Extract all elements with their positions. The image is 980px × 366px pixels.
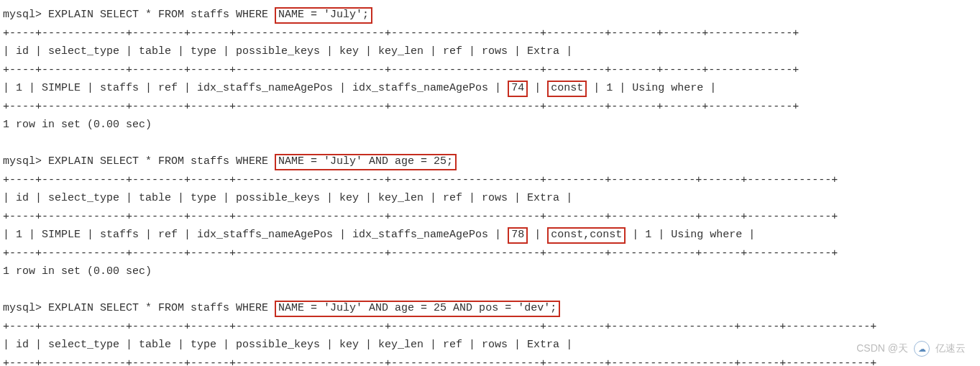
- ref-highlight: const: [547, 81, 587, 97]
- keylen-highlight: 78: [508, 227, 528, 244]
- sql-line: mysql> EXPLAIN SELECT * FROM staffs WHER…: [3, 6, 977, 24]
- table-border: +----+-------------+--------+------+----…: [3, 244, 977, 263]
- mysql-prompt: mysql>: [3, 9, 48, 21]
- keylen-highlight: 74: [508, 81, 528, 97]
- watermark-yisu: 亿速云: [935, 340, 966, 357]
- table-border: +----+-------------+--------+------+----…: [3, 24, 977, 43]
- watermark: CSDN @天 ☁ 亿速云: [856, 340, 966, 357]
- table-border: +----+-------------+--------+------+----…: [3, 208, 977, 227]
- sql-highlight: NAME = 'July';: [275, 7, 372, 24]
- sql-line: mysql> EXPLAIN SELECT * FROM staffs WHER…: [3, 299, 977, 318]
- sql-highlight: NAME = 'July' AND age = 25 AND pos = 'de…: [275, 301, 560, 317]
- sql-highlight: NAME = 'July' AND age = 25;: [275, 154, 457, 170]
- table-border: +----+-------------+--------+------+----…: [3, 318, 977, 337]
- table-border: +----+-------------+--------+------+----…: [3, 354, 977, 367]
- mysql-prompt: mysql>: [3, 302, 48, 314]
- table-header: | id | select_type | table | type | poss…: [3, 336, 977, 354]
- sql-text: EXPLAIN SELECT * FROM staffs WHERE: [48, 155, 275, 168]
- result-footer: 1 row in set (0.00 sec): [3, 262, 977, 281]
- table-border: +----+-------------+--------+------+----…: [3, 98, 977, 116]
- result-footer: 1 row in set (0.00 sec): [3, 116, 977, 134]
- table-border: +----+-------------+--------+------+----…: [3, 171, 977, 190]
- table-header: | id | select_type | table | type | poss…: [3, 42, 977, 61]
- table-border: +----+-------------+--------+------+----…: [3, 61, 977, 80]
- sql-text: EXPLAIN SELECT * FROM staffs WHERE: [48, 302, 275, 314]
- sql-line: mysql> EXPLAIN SELECT * FROM staffs WHER…: [3, 152, 977, 171]
- spacer: [3, 281, 977, 300]
- table-header: | id | select_type | table | type | poss…: [3, 189, 977, 208]
- ref-highlight: const,const: [547, 227, 626, 244]
- table-row: | 1 | SIMPLE | staffs | ref | idx_staffs…: [3, 226, 977, 244]
- cloud-icon: ☁: [914, 341, 930, 357]
- mysql-prompt: mysql>: [3, 155, 48, 168]
- table-row: | 1 | SIMPLE | staffs | ref | idx_staffs…: [3, 79, 977, 98]
- spacer: [3, 134, 977, 153]
- sql-text: EXPLAIN SELECT * FROM staffs WHERE: [48, 9, 275, 21]
- watermark-csdn: CSDN @天: [856, 340, 908, 357]
